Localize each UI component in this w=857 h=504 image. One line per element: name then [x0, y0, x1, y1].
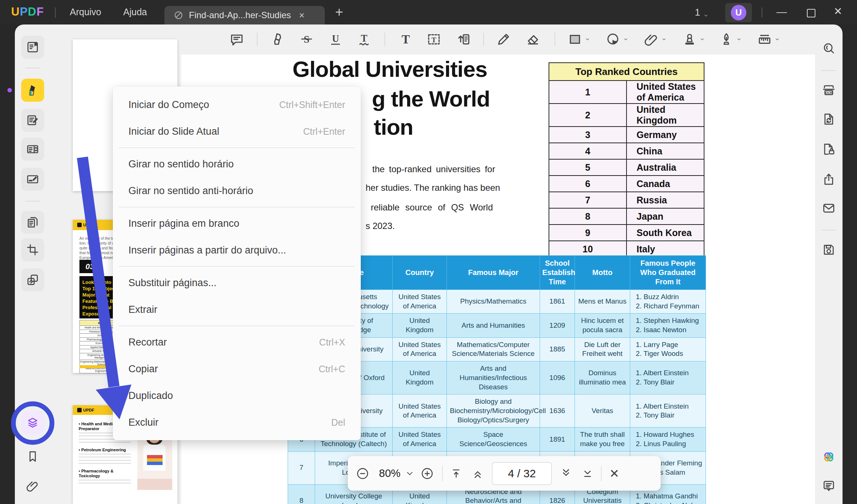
ruler-dropdown-caret-icon[interactable]: [774, 36, 780, 42]
sidebar-item-convert[interactable]: [817, 108, 840, 131]
tool-ruler-button[interactable]: [756, 31, 773, 48]
document-tab[interactable]: Find-and-Ap...her-Studies ×: [164, 6, 325, 24]
sidebar-item-protect[interactable]: [817, 138, 840, 161]
menu-item-substituir-p-ginas[interactable]: Substituir páginas...: [113, 269, 361, 296]
sidebar-item-reader[interactable]: [21, 36, 44, 59]
sidebar-item-search[interactable]: [817, 37, 840, 60]
tool-strikethrough-button[interactable]: S: [298, 31, 315, 48]
sidebar-item-mail[interactable]: [817, 197, 840, 220]
sidebar-item-feedback[interactable]: [817, 474, 840, 497]
tool-eraser-button[interactable]: [524, 31, 542, 48]
sidebar-item-ocr[interactable]: OCR: [817, 79, 840, 102]
sidebar-item-organize-pages[interactable]: [21, 211, 44, 234]
zoom-in-button[interactable]: [419, 467, 435, 480]
country-rank: 7: [549, 192, 627, 208]
university-people: 1. Albert Einstein2. Tony Blair: [630, 395, 706, 428]
sidebar-item-forms[interactable]: [21, 138, 44, 161]
university-major: Space Science/Geosciences: [447, 428, 540, 451]
menu-ajuda[interactable]: Ajuda: [123, 7, 147, 17]
university-country: United States of America: [393, 290, 447, 314]
sidebar-item-compare[interactable]: [21, 268, 44, 291]
tool-signature-pen-button[interactable]: [718, 31, 735, 48]
thumb-section-number: 03: [79, 260, 100, 273]
sidebar-item-bookmark[interactable]: [21, 445, 44, 468]
sidebar-item-save[interactable]: [817, 238, 840, 261]
next-page-button[interactable]: [558, 467, 574, 480]
university-no: 8: [288, 484, 315, 504]
sidebar-item-share[interactable]: [817, 168, 840, 191]
university-motto: Hinc lucem et pocula sacra: [575, 314, 630, 337]
close-toolbar-button[interactable]: ✕: [606, 467, 622, 481]
university-major: Physics/Mathematics: [447, 290, 540, 314]
country-name: Australia: [627, 159, 704, 176]
shape-dropdown-caret-icon[interactable]: [585, 36, 591, 42]
tool-stamp-button[interactable]: [681, 31, 698, 48]
minimize-button[interactable]: —: [776, 6, 787, 18]
sidebar-item-attachment[interactable]: [21, 474, 44, 497]
country-row: 9South Korea: [549, 225, 704, 241]
university-country: United States of America: [393, 395, 447, 428]
active-tool-indicator: [7, 88, 12, 92]
menu-item-girar-no-sentido-hor-rio[interactable]: Girar no sentido horário: [113, 151, 361, 177]
tool-sticker-button[interactable]: [605, 31, 622, 48]
thumb-text-line: [79, 462, 134, 465]
sticker-dropdown-caret-icon[interactable]: [623, 36, 629, 42]
zoom-out-button[interactable]: [354, 467, 371, 480]
attachment-dropdown-caret-icon[interactable]: [661, 36, 667, 42]
zoom-dropdown-caret-icon[interactable]: [404, 467, 415, 480]
thumb-text-line: [79, 459, 134, 462]
menu-item-iniciar-do-come-o[interactable]: Iniciar do ComeçoCtrl+Shift+Enter: [113, 91, 361, 118]
menu-item-extrair[interactable]: Extrair: [113, 296, 361, 323]
tool-comment-button[interactable]: [228, 31, 245, 48]
menu-item-inserir-p-gina-em-branco[interactable]: Inserir página em branco: [113, 210, 361, 237]
document-count-dropdown[interactable]: 1: [695, 7, 709, 18]
menu-item-label: Extrair: [128, 304, 157, 315]
sidebar-item-sign[interactable]: [21, 168, 44, 191]
logo-letter: D: [28, 5, 36, 18]
sidebar-item-edit[interactable]: [21, 109, 44, 132]
sidebar-item-crop[interactable]: [21, 238, 44, 261]
crop-icon: [26, 243, 40, 257]
country-name: South Korea: [627, 225, 704, 241]
new-tab-button[interactable]: +: [335, 4, 343, 20]
menu-item-excluir[interactable]: ExcluirDel: [113, 409, 361, 436]
university-people: 1. Stephen Hawking2. Isaac Newton: [630, 314, 706, 337]
sidebar-divider: [821, 70, 836, 71]
menu-item-girar-no-sentido-anti-hor-rio[interactable]: Girar no sentido anti-horário: [113, 177, 361, 204]
menu-item-recortar[interactable]: RecortarCtrl+X: [113, 329, 361, 356]
stamp-dropdown-caret-icon[interactable]: [699, 36, 705, 42]
tool-callout-button[interactable]: [455, 31, 472, 48]
menu-item-duplicado[interactable]: Duplicado: [113, 382, 361, 409]
sidebar-item-layers[interactable]: [21, 411, 44, 434]
sidebar-item-annotate[interactable]: [21, 79, 44, 102]
tool-attachment-button[interactable]: [643, 31, 660, 48]
menu-item-iniciar-do-slide-atual[interactable]: Iniciar do Slide AtualCtrl+Enter: [113, 118, 361, 145]
tool-text-button[interactable]: T: [397, 31, 414, 48]
tool-text-box-button[interactable]: T: [425, 31, 442, 48]
menu-item-copiar[interactable]: CopiarCtrl+C: [113, 356, 361, 382]
close-button[interactable]: ✕: [834, 5, 842, 17]
maximize-button[interactable]: [807, 9, 815, 17]
pencil-icon: [495, 32, 511, 47]
menu-arquivo[interactable]: Arquivo: [70, 7, 101, 17]
sidebar-item-ai[interactable]: [817, 445, 840, 468]
tab-close-icon[interactable]: ×: [299, 10, 305, 21]
last-page-button[interactable]: [579, 467, 596, 480]
signature-pen-dropdown-caret-icon[interactable]: [736, 36, 742, 42]
account-button[interactable]: U: [725, 3, 752, 22]
logo-letter: P: [20, 5, 28, 18]
tool-underline-button[interactable]: U: [327, 31, 344, 48]
thumb-updf-logo: UPDF: [77, 408, 94, 412]
tool-highlighter-button[interactable]: [269, 31, 286, 48]
menu-item-inserir-p-ginas-a-partir-do-arquivo[interactable]: Inserir páginas a partir do arquivo...: [113, 237, 361, 264]
previous-page-button[interactable]: [470, 467, 486, 480]
university-established: 1096: [540, 361, 575, 395]
first-page-button[interactable]: [448, 467, 464, 480]
tool-pencil-button[interactable]: [495, 31, 512, 48]
page-number-input[interactable]: 4 / 32: [492, 462, 552, 485]
tool-shape-button[interactable]: [566, 31, 583, 48]
country-row: 1United States of America: [549, 81, 704, 104]
titlebar-divider: [55, 7, 56, 18]
tool-squiggly-underline-button[interactable]: T: [356, 31, 373, 48]
university-major: Biology and Biochemistry/Microbiology/Ce…: [447, 395, 540, 428]
